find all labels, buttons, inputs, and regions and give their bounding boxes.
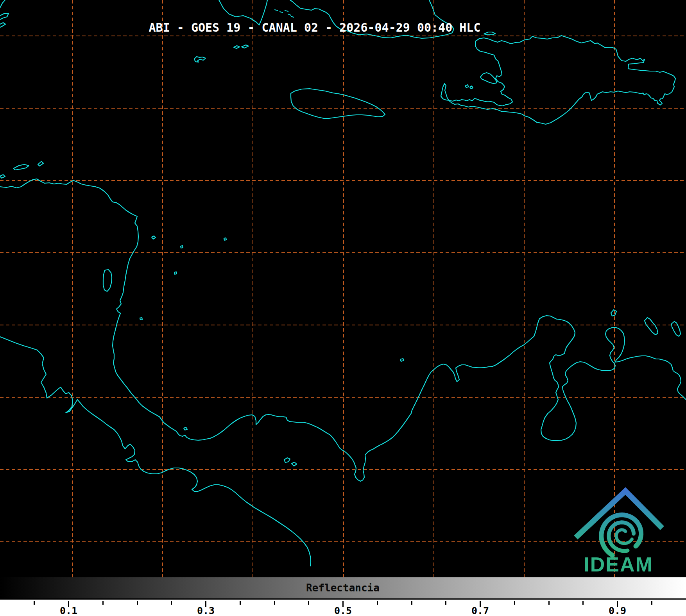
minor-tick [548,601,550,605]
coastline-speck-b [174,272,177,274]
minor-tick [582,601,584,605]
coastline-bonaire [672,321,681,336]
coastline-haiti-cay-2 [470,86,473,89]
coastline-tortuga [484,32,495,35]
tick-label: 0.1 [60,606,77,616]
coastline-little-cayman [234,46,240,48]
tick-label: 0.3 [197,606,215,616]
coastline-hispaniola [441,36,675,124]
minor-tick [514,601,515,605]
coastline-cay-d [400,359,404,361]
coastline-speck-a [181,246,183,248]
minor-tick [308,601,309,605]
tick-label: 0.7 [471,606,489,616]
coastline-san-andres [224,238,226,240]
coastline-lake-nicaragua [103,270,112,291]
coastline-utila [0,175,5,178]
minor-tick [445,601,446,605]
coastline-aruba [611,310,616,316]
coastline-cayman-brac [242,45,249,48]
coastline-topleft-claw-b [0,23,5,27]
coastline-pearl-island-b [292,462,297,466]
coastline-cay-1 [275,10,278,11]
coastline-cay-3 [285,11,288,11]
reflectance-colorbar: Reflectancia [0,577,686,600]
coastline-roatan [14,164,29,170]
coastline-gonave [480,73,497,84]
coastline-mainland-caribbean [0,179,686,481]
spiral-stroke [616,530,632,543]
colorbar-axis: 0.10.30.50.70.9 [0,600,686,616]
colorbar-label: Reflectancia [306,582,380,594]
coastline-guanaja [38,161,43,166]
minor-tick [34,601,35,605]
minor-tick [240,601,241,605]
spiral-stroke [609,522,634,551]
coastline-cay-5 [291,16,294,17]
coastline-topleft-arc [0,0,5,8]
coastline-cay-2 [280,12,283,12]
minor-tick [171,601,172,605]
minor-tick [274,601,275,605]
map-canvas: ABI - GOES 19 - CANAL 02 - 2026-04-29 00… [0,0,686,577]
tick-label: 0.9 [609,606,626,616]
graticule-gridlines [0,0,686,577]
map-title: ABI - GOES 19 - CANAL 02 - 2026-04-29 00… [149,21,481,34]
coastline-grand-cayman [194,57,206,62]
coastline-curacao [645,318,658,335]
minor-tick [137,601,138,605]
coastline-corn-islands [152,236,156,239]
coastline-topleft-claw-a [0,13,9,20]
minor-tick [102,601,104,605]
coastlines [0,0,686,566]
minor-tick [377,601,378,605]
hurricane-spiral-icon [601,515,641,555]
tick-label: 0.5 [334,606,352,616]
coastline-mainland-pacific [0,337,311,566]
satellite-map: ABI - GOES 19 - CANAL 02 - 2026-04-29 00… [0,0,686,577]
ideam-logo: IDEAM [576,491,662,576]
coastline-bocas-island [184,427,187,430]
satellite-image-viewer: ABI - GOES 19 - CANAL 02 - 2026-04-29 00… [0,0,686,616]
coastline-jamaica [291,89,385,118]
coastline-speck-c [140,318,142,320]
minor-tick [651,601,652,605]
coastline-haiti-cay-1 [465,85,469,87]
ideam-logo-text: IDEAM [584,553,653,576]
minor-tick [411,601,412,605]
coastline-pearl-island-a [284,458,290,462]
coastline-cay-4 [288,14,291,15]
